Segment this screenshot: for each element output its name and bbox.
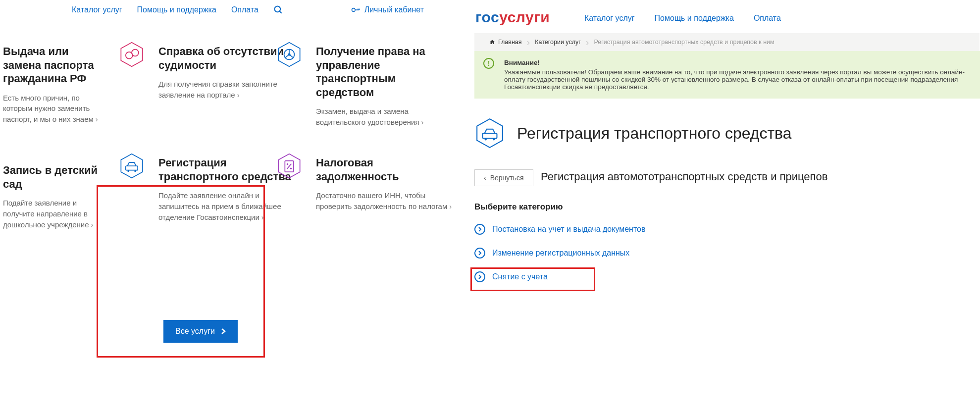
card-tax-debt[interactable]: Налоговая задолженность Достаточно вашег… — [316, 156, 455, 212]
card-passport[interactable]: Выдача или замена паспорта гражданина РФ… — [3, 45, 102, 125]
svg-point-26 — [485, 138, 487, 140]
notice-title: Внимание! — [504, 59, 971, 66]
category-label: Постановка на учет и выдача документов — [492, 225, 646, 234]
svg-line-1 — [279, 11, 281, 13]
nav-support[interactable]: Помощь и поддержка — [137, 5, 216, 14]
chevron-left-icon: ‹ — [484, 174, 486, 182]
personal-account-link[interactable]: Личный кабинет — [351, 0, 424, 20]
nav-catalog[interactable]: Каталог услуг — [584, 14, 635, 23]
chevron-right-icon: › — [96, 115, 98, 123]
back-label: Вернуться — [490, 174, 524, 182]
svg-point-22 — [287, 163, 288, 165]
nav-pay[interactable]: Оплата — [754, 14, 781, 23]
search-icon[interactable] — [273, 5, 283, 15]
percent-doc-icon — [276, 153, 304, 181]
wheel-icon — [276, 42, 304, 69]
svg-line-14 — [289, 54, 294, 58]
chevron-right-icon — [221, 328, 226, 335]
card-tax-title: Налоговая задолженность — [316, 156, 455, 183]
personal-account-label: Личный кабинет — [364, 5, 424, 14]
logo-part2: услуги — [499, 9, 550, 25]
card-drive-desc: Экзамен, выдача и замена водительского у… — [316, 107, 419, 126]
breadcrumb-home[interactable]: Главная — [481, 33, 530, 51]
card-drive-title: Получение права на управление транспортн… — [316, 45, 455, 99]
all-services-label: Все услуги — [175, 327, 215, 336]
key-icon — [351, 5, 361, 15]
all-services-button[interactable]: Все услуги — [163, 320, 238, 343]
category-item-change[interactable]: Изменение регистрационных данных — [474, 248, 646, 259]
breadcrumb-current: Регистрация автомототранспортных средств… — [586, 33, 782, 51]
handcuffs-icon — [119, 42, 147, 69]
car-icon — [474, 118, 505, 149]
nav-support[interactable]: Помощь и поддержка — [655, 14, 734, 23]
card-tax-desc: Достаточно вашего ИНН, чтобы проверить з… — [316, 191, 447, 210]
breadcrumb: Главная › Категории услуг › Регистрация … — [474, 33, 980, 51]
choose-category-label: Выберите категорию — [474, 202, 563, 212]
breadcrumb-current-label: Регистрация автомототранспортных средств… — [594, 39, 774, 46]
logo-part1: гос — [475, 9, 499, 25]
category-label: Изменение регистрационных данных — [492, 249, 629, 258]
card-kindergarten[interactable]: Запись в детский сад Подайте заявление и… — [3, 163, 102, 230]
back-button[interactable]: ‹ Вернуться — [474, 169, 533, 186]
gosuslugi-logo[interactable]: госуслуги — [475, 9, 550, 26]
arrow-circle-icon — [474, 248, 485, 259]
category-item-register[interactable]: Постановка на учет и выдача документов — [474, 224, 646, 235]
attention-notice: ! Внимание! Уважаемые пользователи! Обра… — [474, 51, 980, 99]
card-driving-license[interactable]: Получение права на управление транспортн… — [316, 45, 455, 128]
svg-point-8 — [132, 50, 139, 56]
chevron-right-icon: › — [91, 220, 94, 229]
svg-point-2 — [352, 8, 355, 12]
chevron-right-icon: › — [449, 202, 452, 210]
page-title: Регистрация транспортного средства — [517, 124, 792, 143]
card-passport-desc: Есть много причин, по которым нужно заме… — [3, 94, 94, 124]
card-kinder-title: Запись в детский сад — [3, 163, 102, 191]
nav-catalog[interactable]: Каталог услуг — [72, 5, 122, 14]
svg-line-13 — [285, 54, 289, 58]
breadcrumb-categories[interactable]: Категории услуг — [527, 33, 589, 51]
nav-pay[interactable]: Оплата — [231, 5, 258, 14]
chevron-right-icon: › — [421, 118, 424, 126]
breadcrumb-categories-label: Категории услуг — [535, 39, 581, 46]
svg-point-18 — [134, 170, 136, 172]
annotation-highlight-deregister — [470, 267, 595, 291]
card-passport-title: Выдача или замена паспорта гражданина РФ — [3, 45, 102, 86]
svg-point-0 — [274, 6, 280, 12]
chevron-right-icon: › — [237, 91, 240, 99]
card-kinder-desc: Подайте заявление и получите направление… — [3, 199, 89, 229]
svg-rect-16 — [126, 166, 138, 170]
card-crime-desc: Для получения справки заполните заявлени… — [158, 80, 277, 99]
info-icon: ! — [483, 58, 494, 69]
svg-point-27 — [493, 138, 495, 140]
notice-body: Уважаемые пользователи! Обращаем ваше вн… — [504, 68, 971, 91]
svg-point-17 — [127, 170, 129, 172]
svg-rect-25 — [483, 133, 497, 138]
arrow-circle-icon — [474, 224, 485, 235]
sub-heading: Регистрация автомототранспортных средств… — [541, 170, 827, 183]
breadcrumb-home-label: Главная — [498, 39, 522, 46]
svg-point-23 — [290, 167, 292, 169]
home-icon — [489, 39, 495, 45]
car-icon — [119, 153, 147, 181]
